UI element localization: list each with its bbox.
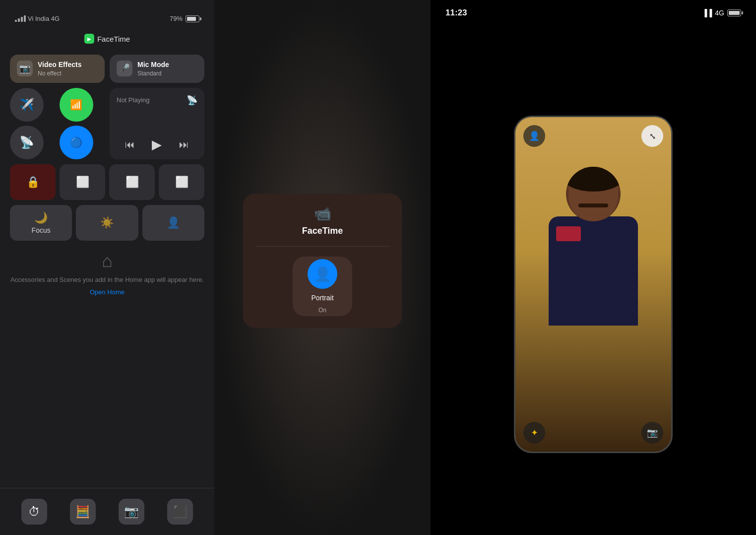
- ft-cam-icon: 📹: [314, 205, 331, 222]
- video-effects-card[interactable]: 📷 Video Effects No effect: [10, 55, 105, 83]
- mic-icon: 🎤: [117, 61, 132, 76]
- cc-third-row: 🌙 Focus ☀️ 👤: [10, 205, 204, 241]
- bluetooth-btn[interactable]: 🔵: [60, 126, 93, 159]
- video-call-bg: 👤 ⤡ ✦ 📷: [515, 117, 671, 452]
- ft-divider: [255, 246, 390, 247]
- network-type: 4G: [715, 9, 724, 17]
- signal-bar-2: [18, 18, 20, 22]
- signal-status: Vi India 4G: [15, 15, 60, 22]
- status-bar-right: 11:23 ▐▐ 4G: [445, 8, 741, 18]
- camera-flip-btn[interactable]: 📷: [641, 422, 663, 444]
- lock-icon: 🔒: [26, 176, 40, 189]
- mustache: [578, 203, 608, 207]
- prev-track-btn[interactable]: ⏮: [125, 139, 135, 150]
- camera-icon: 📷: [124, 505, 139, 519]
- moon-icon: 🌙: [34, 211, 48, 224]
- time-display: 11:23: [445, 8, 467, 18]
- accessibility-icon: 👤: [167, 216, 180, 229]
- placeholder-icon-2: ⬜: [175, 176, 189, 189]
- mic-mode-title: Mic Mode: [137, 61, 169, 69]
- contact-icon: 👤: [529, 131, 540, 141]
- facetime-popup-panel: 📹 FaceTime 👤 Portrait On: [214, 0, 431, 535]
- camera-dock-btn[interactable]: 📷: [119, 499, 144, 525]
- facetime-call-panel: 11:23 ▐▐ 4G: [431, 0, 756, 535]
- battery-icon: [186, 15, 199, 22]
- person-head: [566, 167, 621, 221]
- facetime-popup-card[interactable]: 📹 FaceTime 👤 Portrait On: [243, 194, 402, 328]
- video-effects-text: Video Effects No effect: [38, 61, 81, 77]
- mic-mode-subtitle: Standard: [137, 70, 169, 77]
- shrink-icon: ⤡: [649, 132, 656, 141]
- calculator-dock-btn[interactable]: 🧮: [70, 499, 96, 525]
- airplane-mode-btn[interactable]: ✈️: [10, 88, 44, 122]
- airplay-icon[interactable]: 📡: [187, 95, 197, 106]
- signal-bar-3: [21, 17, 23, 22]
- focus-label: Focus: [32, 226, 51, 234]
- now-playing-widget: Not Playing 📡 ⏮ ▶ ⏭: [110, 88, 204, 159]
- cc-top-row: 📷 Video Effects No effect 🎤 Mic Mode Sta…: [10, 55, 204, 83]
- open-home-link[interactable]: Open Home: [90, 288, 125, 296]
- facetime-label-text: FaceTime: [97, 35, 130, 43]
- signal-icon-right: ▐▐: [702, 9, 712, 17]
- camera-flip-icon: 📷: [647, 427, 658, 438]
- qr-icon: ⬛: [173, 505, 188, 519]
- play-btn[interactable]: ▶: [152, 137, 162, 152]
- np-header: Not Playing 📡: [117, 95, 197, 106]
- portrait-mode-btn[interactable]: 👤 Portrait On: [293, 257, 352, 316]
- phone-frame: 👤 ⤡ ✦ 📷: [514, 116, 673, 453]
- portrait-label: Portrait: [311, 294, 333, 302]
- cc-bottom-dock: ⏱ 🧮 📷 ⬛: [0, 488, 214, 535]
- network-controls: ✈️ 📶 📡 🔵: [10, 88, 105, 159]
- calculator-icon: 🧮: [75, 505, 90, 519]
- facetime-top-label: ▶ FaceTime: [84, 34, 130, 44]
- portrait-status: On: [318, 307, 326, 314]
- next-track-btn[interactable]: ⏭: [179, 139, 189, 150]
- shirt-design: [556, 226, 581, 241]
- contact-icon-btn[interactable]: 👤: [523, 125, 545, 147]
- cc-second-row: 🔒 ⬜ ⬜ ⬜: [10, 164, 204, 200]
- mirror-icon: ⬜: [76, 176, 89, 189]
- battery-percent: 79%: [170, 15, 183, 22]
- video-effects-subtitle: No effect: [38, 70, 81, 77]
- expand-btn[interactable]: ⤡: [641, 125, 663, 147]
- brightness-btn[interactable]: ☀️: [76, 205, 138, 241]
- np-title: Not Playing: [117, 96, 149, 104]
- battery-fill-right: [729, 11, 740, 15]
- mic-mode-card[interactable]: 🎤 Mic Mode Standard: [110, 55, 204, 83]
- cc-content: 📷 Video Effects No effect 🎤 Mic Mode Sta…: [10, 55, 204, 296]
- portrait-circle: 👤: [308, 259, 337, 289]
- ft-popup-header: 📹 FaceTime: [255, 205, 390, 236]
- wifi-btn[interactable]: 📡: [10, 126, 44, 159]
- mirror-btn[interactable]: ⬜: [60, 164, 105, 200]
- carrier-label: Vi India 4G: [28, 15, 60, 22]
- hair: [566, 167, 621, 192]
- empty-btn-2[interactable]: ⬜: [159, 164, 204, 200]
- home-accessories-text: Accessories and Scenes you add in the Ho…: [10, 275, 204, 284]
- ft-popup-title: FaceTime: [302, 226, 343, 236]
- placeholder-icon: ⬜: [126, 176, 139, 189]
- cellular-btn[interactable]: 📶: [60, 88, 93, 122]
- battery-fill: [187, 17, 196, 21]
- star-icon: ✦: [531, 427, 538, 438]
- signal-bar-1: [15, 20, 17, 22]
- timer-dock-btn[interactable]: ⏱: [21, 499, 47, 525]
- brightness-icon: ☀️: [100, 216, 114, 229]
- np-controls: ⏮ ▶ ⏭: [117, 137, 197, 152]
- control-center-panel: Vi India 4G 79% ▶ FaceTime 📷 Video Effec…: [0, 0, 214, 535]
- extra-btn[interactable]: 👤: [142, 205, 204, 241]
- timer-icon: ⏱: [28, 505, 40, 519]
- video-effects-icon: 📷: [17, 61, 33, 76]
- facetime-app-icon: ▶: [84, 34, 94, 44]
- battery-status: 79%: [170, 15, 199, 22]
- battery-icon-right: [727, 9, 741, 16]
- empty-btn-1[interactable]: ⬜: [109, 164, 155, 200]
- video-effects-title: Video Effects: [38, 61, 81, 69]
- screen-lock-btn[interactable]: 🔒: [10, 164, 56, 200]
- effects-btn[interactable]: ✦: [523, 422, 545, 444]
- home-accessories: ⌂ Accessories and Scenes you add in the …: [10, 251, 204, 296]
- qr-dock-btn[interactable]: ⬛: [167, 499, 193, 525]
- person-body: [549, 216, 638, 326]
- focus-btn[interactable]: 🌙 Focus: [10, 205, 72, 241]
- right-status-icons: ▐▐ 4G: [702, 9, 741, 17]
- mic-mode-text: Mic Mode Standard: [137, 61, 169, 77]
